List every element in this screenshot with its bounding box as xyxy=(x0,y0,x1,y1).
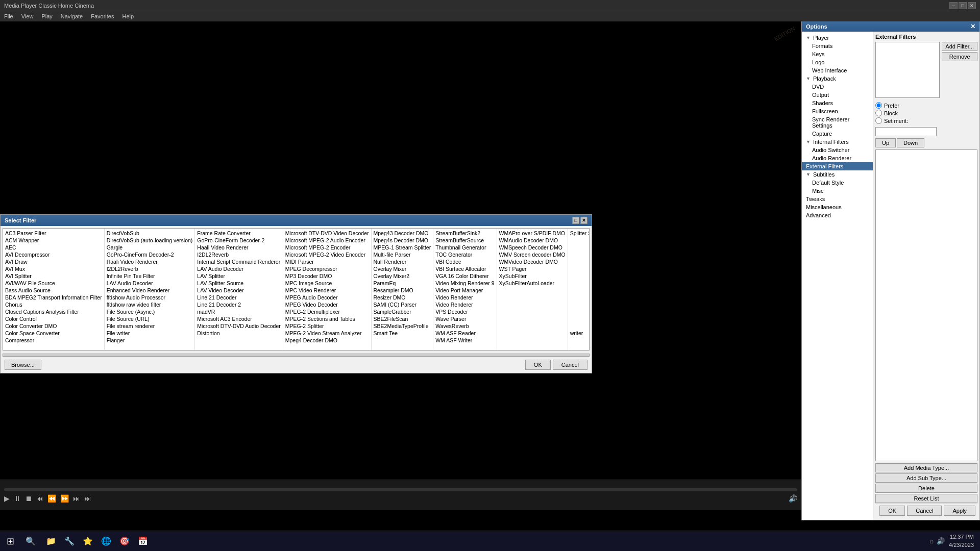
filter-item[interactable]: VGA 16 Color Ditherer xyxy=(433,272,496,280)
filter-item[interactable]: Bass Audio Source xyxy=(3,287,104,294)
filter-item[interactable]: MPEG Video Decoder xyxy=(283,301,371,308)
filter-item[interactable]: Color Control xyxy=(3,315,104,322)
add-filter-button[interactable]: Add Filter... xyxy=(942,42,977,51)
filter-item[interactable]: XySubFilter xyxy=(497,272,568,280)
menu-help[interactable]: Help xyxy=(118,11,138,21)
filter-item[interactable]: WMV Screen decoder DMO xyxy=(497,251,568,258)
filter-item[interactable]: LAV Video Decoder xyxy=(195,287,282,294)
filter-item[interactable]: LAV Audio Decoder xyxy=(105,280,195,287)
block-radio[interactable]: Block xyxy=(875,110,977,116)
filter-item[interactable]: Mpeg4s Decoder DMO xyxy=(372,237,433,244)
delete-button[interactable]: Delete xyxy=(875,484,977,493)
filter-item[interactable]: MPEG Audio Decoder xyxy=(283,294,371,301)
filter-item[interactable]: writer xyxy=(568,330,590,337)
filter-item[interactable]: MPC Video Renderer xyxy=(283,287,371,294)
filter-item[interactable]: VBI Codec xyxy=(433,258,496,265)
start-button[interactable]: ⊞ xyxy=(0,531,20,552)
tree-web-interface[interactable]: Web Interface xyxy=(802,66,873,74)
filter-item[interactable]: File writer xyxy=(105,330,195,337)
filter-item[interactable]: Microsoft MPEG-2 Video Encoder xyxy=(283,251,371,258)
taskbar-browser-icon[interactable]: 🌐 xyxy=(98,533,114,549)
filter-item[interactable]: Line 21 Decoder xyxy=(195,294,282,301)
filter-item[interactable]: MIDI Parser xyxy=(283,258,371,265)
volume-taskbar-icon[interactable]: 🔊 xyxy=(937,537,945,545)
resize-bar[interactable] xyxy=(3,354,590,357)
menu-view[interactable]: View xyxy=(17,11,38,21)
filter-item[interactable]: AVI Splitter xyxy=(3,272,104,280)
options-cancel-button[interactable]: Cancel xyxy=(907,506,942,516)
taskbar-app4-icon[interactable]: 📅 xyxy=(135,533,151,549)
filter-item[interactable]: Distortion xyxy=(195,330,282,337)
close-button[interactable]: ✕ xyxy=(968,2,976,9)
filter-item[interactable]: WMAPro over S/PDIF DMO xyxy=(497,230,568,237)
tree-sync-renderer[interactable]: Sync Renderer Settings xyxy=(802,115,873,130)
menu-play[interactable]: Play xyxy=(37,11,56,21)
menu-favorites[interactable]: Favorites xyxy=(87,11,118,21)
reset-list-button[interactable]: Reset List xyxy=(875,494,977,503)
filter-item[interactable]: Infinite Pin Tee Filter xyxy=(105,272,195,280)
filter-item[interactable]: WST Pager xyxy=(497,265,568,272)
filter-item[interactable]: SBE2FileScan xyxy=(372,315,433,322)
tree-internal-filters[interactable]: ▼ Internal Filters xyxy=(802,138,873,146)
taskbar-app1-icon[interactable]: 🔧 xyxy=(61,533,78,549)
tree-audio-switcher[interactable]: Audio Switcher xyxy=(802,146,873,154)
filter-item[interactable]: Internal Script Command Renderer xyxy=(195,258,282,265)
filter-item[interactable]: SAMI (CC) Parser xyxy=(372,301,433,308)
filter-item[interactable]: File stream renderer xyxy=(105,322,195,330)
tree-playback[interactable]: ▼ Playback xyxy=(802,74,873,83)
filter-item[interactable]: Resampler DMO xyxy=(372,287,433,294)
filter-item[interactable]: ParamEq xyxy=(372,280,433,287)
filter-item[interactable]: ACM Wrapper xyxy=(3,237,104,244)
filter-item[interactable]: MPEG Decompressor xyxy=(283,265,371,272)
restore-button[interactable]: □ xyxy=(959,2,967,9)
minimize-button[interactable]: ─ xyxy=(949,2,958,9)
filter-item[interactable]: AVI/WAV File Source xyxy=(3,280,104,287)
filter-item[interactable]: Haali Video Renderer xyxy=(195,244,282,251)
filter-item[interactable]: Mpeg4 Decoder DMO xyxy=(283,337,371,344)
tree-dvd[interactable]: DVD xyxy=(802,83,873,91)
filter-item[interactable]: ffdshow Audio Processor xyxy=(105,294,195,301)
filter-item[interactable]: Mpeg43 Decoder DMO xyxy=(372,230,433,237)
prev-frame-button[interactable]: ⏮ xyxy=(36,494,43,503)
filter-item[interactable]: Closed Captions Analysis Filter xyxy=(3,308,104,315)
down-button[interactable]: Down xyxy=(897,138,924,147)
tree-shaders[interactable]: Shaders xyxy=(802,99,873,107)
filter-item[interactable]: Enhanced Video Renderer xyxy=(105,287,195,294)
taskbar-app2-icon[interactable]: ⭐ xyxy=(80,533,96,549)
filter-item[interactable]: AC3 Parser Filter xyxy=(3,230,104,237)
tree-external-filters[interactable]: External Filters xyxy=(802,162,873,170)
filter-item[interactable]: StreamBufferSource xyxy=(433,237,496,244)
next-frame-button[interactable]: ⏭ xyxy=(73,494,80,503)
filter-item[interactable]: Multi-file Parser xyxy=(372,251,433,258)
tree-advanced[interactable]: Advanced xyxy=(802,211,873,219)
tree-formats[interactable]: Formats xyxy=(802,42,873,50)
filter-item[interactable]: XySubFilterAutoLoader xyxy=(497,280,568,287)
add-sub-type-button[interactable]: Add Sub Type... xyxy=(875,473,977,483)
filter-item[interactable]: Microsoft DTV-DVD Video Decoder xyxy=(283,230,371,237)
filter-item[interactable]: MPEG-2 Sections and Tables xyxy=(283,315,371,322)
set-merit-radio[interactable]: Set merit: xyxy=(875,117,977,124)
step-button[interactable]: ⏭ xyxy=(84,494,91,503)
dialog-close-button[interactable]: ✕ xyxy=(580,217,587,224)
taskbar-app3-icon[interactable]: 🎯 xyxy=(116,533,133,549)
taskbar-files-icon[interactable]: 📁 xyxy=(43,533,59,549)
filter-item[interactable]: Color Space Converter xyxy=(3,330,104,337)
filter-item[interactable]: MPEG-1 Stream Splitter xyxy=(372,244,433,251)
dialog-ok-button[interactable]: OK xyxy=(525,360,551,370)
filter-item[interactable]: Flanger xyxy=(105,337,195,344)
filter-item[interactable]: Chorus xyxy=(3,301,104,308)
tree-subtitles[interactable]: ▼ Subtitles xyxy=(802,170,873,179)
merit-input[interactable] xyxy=(875,127,937,136)
filter-item[interactable]: ffdshow raw video filter xyxy=(105,301,195,308)
filter-item[interactable]: I2DL2Reverb xyxy=(195,251,282,258)
filter-item[interactable]: GoPro-CineForm Decoder-2 xyxy=(105,251,195,258)
filter-item[interactable]: Thumbnail Generator xyxy=(433,244,496,251)
filter-item[interactable]: Video Renderer xyxy=(433,294,496,301)
filter-item[interactable]: Overlay Mixer2 xyxy=(372,272,433,280)
filter-item[interactable]: TOC Generator xyxy=(433,251,496,258)
filter-item[interactable]: SBE2MediaTypeProfile xyxy=(372,322,433,330)
filter-item[interactable]: Microsoft AC3 Encoder xyxy=(195,315,282,322)
search-button[interactable]: 🔍 xyxy=(22,533,39,549)
options-apply-button[interactable]: Apply xyxy=(944,506,975,516)
seek-bar[interactable] xyxy=(4,488,797,491)
